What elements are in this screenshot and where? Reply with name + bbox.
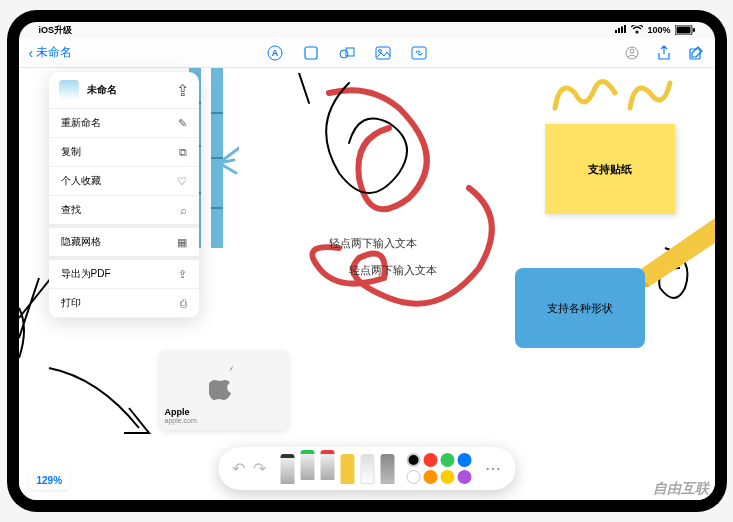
top-toolbar: ‹ 未命名 A [19,38,715,68]
compose-icon[interactable] [687,44,705,62]
color-palette [406,453,471,484]
svg-text:A: A [272,48,279,58]
menu-duplicate[interactable]: 复制 ⧉ [49,138,199,167]
back-button[interactable]: ‹ 未命名 [29,44,73,61]
dock-more-icon[interactable]: ⋯ [485,459,501,478]
text-placeholder-1[interactable]: 轻点两下输入文本 [329,236,417,251]
color-orange[interactable] [423,470,437,484]
shape-rectangle[interactable]: 支持各种形状 [515,268,645,348]
menu-label: 导出为PDF [61,267,111,281]
svg-rect-6 [693,28,695,32]
redo-icon[interactable]: ↷ [253,459,266,478]
color-black[interactable] [406,453,420,467]
menu-label: 重新命名 [61,116,101,130]
toolbar-center: A [72,44,622,62]
photo-tool-icon[interactable] [374,44,392,62]
link-card-subtitle: apple.com [165,417,283,424]
svg-rect-3 [624,25,626,33]
back-label: 未命名 [36,44,72,61]
drawing-tool-dock: ↶ ↷ ⋯ [218,447,515,490]
link-tool-icon[interactable] [410,44,428,62]
menu-label: 打印 [61,296,81,310]
device-frame: iOS升级 100% ‹ 未命名 A [7,10,727,512]
undo-icon[interactable]: ↶ [232,459,245,478]
pen-tool-red[interactable] [320,450,334,480]
color-yellow[interactable] [440,470,454,484]
share-small-icon[interactable]: ⇪ [176,81,189,100]
red-scribble [269,78,529,318]
highlighter-tool[interactable] [340,454,354,484]
svg-rect-1 [618,28,620,33]
color-blue[interactable] [457,453,471,467]
svg-rect-9 [305,47,317,59]
menu-label: 隐藏网格 [61,235,101,249]
status-left-text: iOS升级 [39,24,73,37]
sticky-tool-icon[interactable] [302,44,320,62]
svg-rect-0 [615,30,617,33]
print-icon: ⎙ [180,297,187,309]
toolbar-right [623,44,705,62]
export-icon: ⇪ [178,268,187,281]
battery-icon [675,25,695,35]
search-icon: ⌕ [180,204,187,216]
text-placeholder-2[interactable]: 轻点两下输入文本 [349,263,437,278]
color-purple[interactable] [457,470,471,484]
svg-point-13 [379,49,382,52]
apple-logo-icon [165,356,283,407]
color-white[interactable] [406,470,420,484]
copy-icon: ⧉ [179,146,187,159]
link-card-apple[interactable]: Apple apple.com [159,350,289,430]
document-menu-header: 未命名 ⇪ [49,72,199,109]
color-green[interactable] [440,453,454,467]
collaborate-icon[interactable] [623,44,641,62]
menu-print[interactable]: 打印 ⎙ [49,289,199,318]
lasso-tool[interactable] [380,454,394,484]
menu-label: 复制 [61,145,81,159]
document-title: 未命名 [87,83,176,97]
status-bar: iOS升级 100% [19,22,715,38]
eraser-tool[interactable] [360,454,374,484]
menu-hide-grid[interactable]: 隐藏网格 ▦ [49,228,199,260]
heart-icon: ♡ [177,175,187,188]
menu-rename[interactable]: 重新命名 ✎ [49,109,199,138]
wifi-icon [631,25,643,36]
zoom-indicator[interactable]: 129% [29,471,71,490]
svg-rect-5 [676,27,690,34]
sticky-note-label: 支持贴纸 [588,162,632,177]
share-icon[interactable] [655,44,673,62]
menu-label: 个人收藏 [61,174,101,188]
svg-point-16 [630,49,634,53]
pencil-icon: ✎ [178,117,187,130]
menu-find[interactable]: 查找 ⌕ [49,196,199,228]
shape-tool-icon[interactable] [338,44,356,62]
dock-history-controls: ↶ ↷ [232,459,274,478]
grid-icon: ▦ [177,236,187,249]
menu-label: 查找 [61,203,81,217]
shape-label: 支持各种形状 [547,301,613,316]
status-right: 100% [615,25,694,36]
black-scribble-top [249,73,429,223]
chevron-left-icon: ‹ [29,45,34,61]
pen-tool-green[interactable] [300,450,314,480]
svg-rect-14 [412,47,426,59]
sticky-note[interactable]: 支持贴纸 [545,124,675,214]
text-tool-icon[interactable]: A [266,44,284,62]
screen: iOS升级 100% ‹ 未命名 A [19,22,715,500]
yellow-scribble-top [545,73,675,123]
menu-export-pdf[interactable]: 导出为PDF ⇪ [49,260,199,289]
menu-favorite[interactable]: 个人收藏 ♡ [49,167,199,196]
pen-tool-black[interactable] [280,454,294,484]
link-card-title: Apple [165,407,283,417]
signal-icon [615,25,627,35]
color-red[interactable] [423,453,437,467]
svg-rect-2 [621,27,623,34]
document-menu: 未命名 ⇪ 重新命名 ✎ 复制 ⧉ 个人收藏 ♡ 查找 ⌕ 隐藏网格 ▦ [49,72,199,318]
document-thumbnail [59,80,79,100]
battery-text: 100% [647,25,670,35]
svg-point-10 [340,50,348,58]
zoom-value: 129% [37,475,63,486]
